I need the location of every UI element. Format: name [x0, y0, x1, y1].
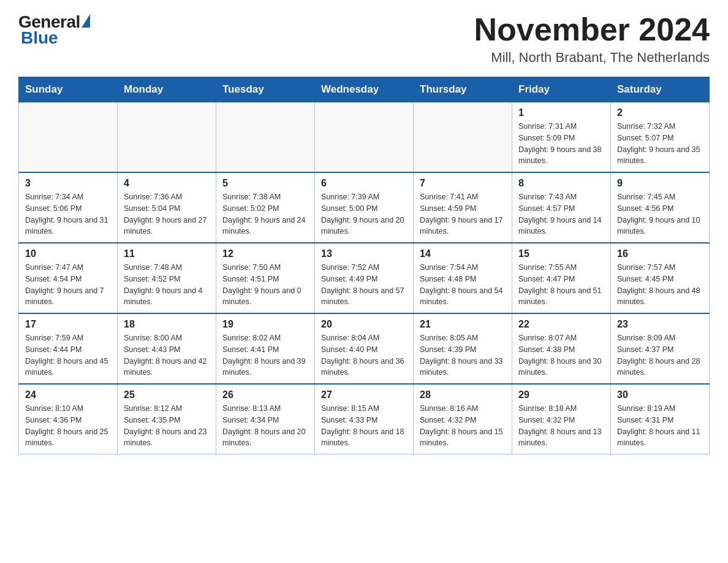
day-info: Sunrise: 8:19 AM Sunset: 4:31 PM Dayligh… [617, 403, 703, 449]
day-number: 3 [25, 178, 111, 189]
table-row: 9Sunrise: 7:45 AM Sunset: 4:56 PM Daylig… [611, 172, 710, 243]
table-row [19, 102, 118, 173]
day-info: Sunrise: 7:55 AM Sunset: 4:47 PM Dayligh… [518, 262, 604, 308]
table-row [216, 102, 315, 173]
day-info: Sunrise: 7:47 AM Sunset: 4:54 PM Dayligh… [25, 262, 111, 308]
location-title: Mill, North Brabant, The Netherlands [474, 50, 710, 66]
logo-blue-text: Blue [18, 28, 58, 48]
header-day-friday: Friday [512, 77, 611, 102]
day-info: Sunrise: 7:39 AM Sunset: 5:00 PM Dayligh… [321, 191, 407, 237]
day-number: 5 [222, 178, 308, 189]
day-number: 7 [420, 178, 506, 189]
header-day-wednesday: Wednesday [315, 77, 414, 102]
day-info: Sunrise: 8:16 AM Sunset: 4:32 PM Dayligh… [420, 403, 506, 449]
table-row: 2Sunrise: 7:32 AM Sunset: 5:07 PM Daylig… [611, 102, 710, 173]
table-row [118, 102, 216, 173]
calendar-week-5: 24Sunrise: 8:10 AM Sunset: 4:36 PM Dayli… [19, 384, 710, 454]
day-info: Sunrise: 7:36 AM Sunset: 5:04 PM Dayligh… [124, 191, 210, 237]
month-title: November 2024 [474, 12, 710, 47]
table-row [315, 102, 414, 173]
day-info: Sunrise: 7:48 AM Sunset: 4:52 PM Dayligh… [124, 262, 210, 308]
day-number: 9 [617, 178, 703, 189]
table-row: 19Sunrise: 8:02 AM Sunset: 4:41 PM Dayli… [216, 313, 315, 384]
table-row: 6Sunrise: 7:39 AM Sunset: 5:00 PM Daylig… [315, 172, 414, 243]
table-row: 5Sunrise: 7:38 AM Sunset: 5:02 PM Daylig… [216, 172, 315, 243]
day-number: 15 [518, 248, 604, 259]
calendar-week-2: 3Sunrise: 7:34 AM Sunset: 5:06 PM Daylig… [19, 172, 710, 243]
day-info: Sunrise: 8:00 AM Sunset: 4:43 PM Dayligh… [124, 332, 210, 378]
header-day-monday: Monday [118, 77, 216, 102]
table-row [414, 102, 512, 173]
table-row: 18Sunrise: 8:00 AM Sunset: 4:43 PM Dayli… [118, 313, 216, 384]
day-info: Sunrise: 7:59 AM Sunset: 4:44 PM Dayligh… [25, 332, 111, 378]
day-info: Sunrise: 8:02 AM Sunset: 4:41 PM Dayligh… [222, 332, 308, 378]
day-info: Sunrise: 7:54 AM Sunset: 4:48 PM Dayligh… [420, 262, 506, 308]
day-info: Sunrise: 7:43 AM Sunset: 4:57 PM Dayligh… [518, 191, 604, 237]
logo-triangle-icon [82, 14, 90, 28]
day-info: Sunrise: 7:32 AM Sunset: 5:07 PM Dayligh… [617, 121, 703, 167]
day-number: 17 [25, 319, 111, 330]
table-row: 10Sunrise: 7:47 AM Sunset: 4:54 PM Dayli… [19, 243, 118, 313]
header-day-sunday: Sunday [19, 77, 118, 102]
day-number: 16 [617, 248, 703, 259]
day-number: 4 [124, 178, 210, 189]
day-number: 25 [124, 389, 210, 400]
day-number: 28 [420, 389, 506, 400]
day-number: 13 [321, 248, 407, 259]
table-row: 21Sunrise: 8:05 AM Sunset: 4:39 PM Dayli… [414, 313, 512, 384]
day-number: 24 [25, 389, 111, 400]
day-info: Sunrise: 8:13 AM Sunset: 4:34 PM Dayligh… [222, 403, 308, 449]
table-row: 17Sunrise: 7:59 AM Sunset: 4:44 PM Dayli… [19, 313, 118, 384]
table-row: 24Sunrise: 8:10 AM Sunset: 4:36 PM Dayli… [19, 384, 118, 454]
page-header: General Blue November 2024 Mill, North B… [18, 12, 710, 66]
title-block: November 2024 Mill, North Brabant, The N… [474, 12, 710, 66]
table-row: 15Sunrise: 7:55 AM Sunset: 4:47 PM Dayli… [512, 243, 611, 313]
day-info: Sunrise: 8:05 AM Sunset: 4:39 PM Dayligh… [420, 332, 506, 378]
day-info: Sunrise: 7:31 AM Sunset: 5:09 PM Dayligh… [518, 121, 604, 167]
day-info: Sunrise: 7:41 AM Sunset: 4:59 PM Dayligh… [420, 191, 506, 237]
table-row: 20Sunrise: 8:04 AM Sunset: 4:40 PM Dayli… [315, 313, 414, 384]
table-row: 1Sunrise: 7:31 AM Sunset: 5:09 PM Daylig… [512, 102, 611, 173]
table-row: 26Sunrise: 8:13 AM Sunset: 4:34 PM Dayli… [216, 384, 315, 454]
day-number: 8 [518, 178, 604, 189]
day-info: Sunrise: 8:15 AM Sunset: 4:33 PM Dayligh… [321, 403, 407, 449]
day-number: 1 [518, 107, 604, 118]
day-number: 10 [25, 248, 111, 259]
day-number: 30 [617, 389, 703, 400]
table-row: 27Sunrise: 8:15 AM Sunset: 4:33 PM Dayli… [315, 384, 414, 454]
day-info: Sunrise: 7:45 AM Sunset: 4:56 PM Dayligh… [617, 191, 703, 237]
day-info: Sunrise: 8:07 AM Sunset: 4:38 PM Dayligh… [518, 332, 604, 378]
table-row: 13Sunrise: 7:52 AM Sunset: 4:49 PM Dayli… [315, 243, 414, 313]
table-row: 11Sunrise: 7:48 AM Sunset: 4:52 PM Dayli… [118, 243, 216, 313]
day-info: Sunrise: 7:57 AM Sunset: 4:45 PM Dayligh… [617, 262, 703, 308]
day-info: Sunrise: 8:10 AM Sunset: 4:36 PM Dayligh… [25, 403, 111, 449]
calendar-week-3: 10Sunrise: 7:47 AM Sunset: 4:54 PM Dayli… [19, 243, 710, 313]
calendar-week-4: 17Sunrise: 7:59 AM Sunset: 4:44 PM Dayli… [19, 313, 710, 384]
logo: General Blue [18, 12, 90, 48]
table-row: 8Sunrise: 7:43 AM Sunset: 4:57 PM Daylig… [512, 172, 611, 243]
table-row: 29Sunrise: 8:18 AM Sunset: 4:32 PM Dayli… [512, 384, 611, 454]
header-day-saturday: Saturday [611, 77, 710, 102]
day-number: 29 [518, 389, 604, 400]
day-number: 11 [124, 248, 210, 259]
table-row: 12Sunrise: 7:50 AM Sunset: 4:51 PM Dayli… [216, 243, 315, 313]
table-row: 22Sunrise: 8:07 AM Sunset: 4:38 PM Dayli… [512, 313, 611, 384]
day-number: 19 [222, 319, 308, 330]
day-info: Sunrise: 8:12 AM Sunset: 4:35 PM Dayligh… [124, 403, 210, 449]
day-info: Sunrise: 7:34 AM Sunset: 5:06 PM Dayligh… [25, 191, 111, 237]
day-number: 18 [124, 319, 210, 330]
day-number: 26 [222, 389, 308, 400]
table-row: 3Sunrise: 7:34 AM Sunset: 5:06 PM Daylig… [19, 172, 118, 243]
table-row: 23Sunrise: 8:09 AM Sunset: 4:37 PM Dayli… [611, 313, 710, 384]
calendar-header-row: SundayMondayTuesdayWednesdayThursdayFrid… [19, 77, 710, 102]
table-row: 14Sunrise: 7:54 AM Sunset: 4:48 PM Dayli… [414, 243, 512, 313]
calendar-table: SundayMondayTuesdayWednesdayThursdayFrid… [18, 77, 710, 454]
day-number: 6 [321, 178, 407, 189]
day-info: Sunrise: 8:18 AM Sunset: 4:32 PM Dayligh… [518, 403, 604, 449]
day-number: 21 [420, 319, 506, 330]
day-info: Sunrise: 7:50 AM Sunset: 4:51 PM Dayligh… [222, 262, 308, 308]
day-number: 14 [420, 248, 506, 259]
header-day-tuesday: Tuesday [216, 77, 315, 102]
day-info: Sunrise: 8:04 AM Sunset: 4:40 PM Dayligh… [321, 332, 407, 378]
day-number: 2 [617, 107, 703, 118]
